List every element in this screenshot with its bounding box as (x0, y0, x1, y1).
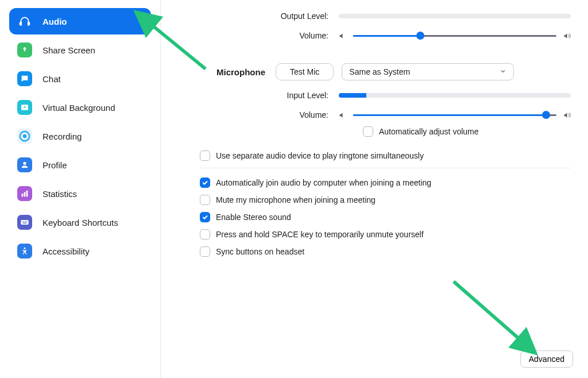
divider (200, 168, 571, 168)
svg-rect-10 (24, 221, 24, 222)
speaker-high-icon (563, 111, 571, 119)
mute-mic-on-join-checkbox[interactable] (200, 195, 210, 205)
sidebar-item-share-screen[interactable]: Share Screen (9, 37, 151, 63)
svg-rect-9 (22, 221, 22, 222)
speaker-low-icon (339, 32, 346, 40)
svg-rect-12 (26, 221, 27, 222)
space-unmute-checkbox[interactable] (200, 229, 210, 240)
speaker-high-icon (563, 32, 571, 40)
svg-point-1 (24, 106, 26, 108)
test-mic-button[interactable]: Test Mic (276, 63, 334, 80)
space-unmute-label: Press and hold SPACE key to temporarily … (216, 230, 424, 239)
svg-rect-7 (26, 191, 28, 197)
sidebar-item-label: Chat (42, 74, 61, 84)
input-level-label: Input Level: (172, 91, 339, 100)
speaker-low-icon (339, 111, 346, 119)
microphone-section-label: Microphone (172, 67, 276, 77)
sidebar-item-keyboard-shortcuts[interactable]: Keyboard Shortcuts (9, 209, 151, 236)
chat-icon (17, 71, 32, 86)
sidebar-item-label: Audio (42, 17, 67, 26)
output-level-label: Output Level: (172, 11, 339, 21)
keyboard-icon (17, 215, 32, 230)
sidebar-item-label: Virtual Background (42, 103, 115, 113)
auto-join-audio-label: Automatically join audio by computer whe… (216, 178, 431, 187)
chevron-down-icon (500, 67, 506, 76)
sidebar-item-label: Profile (42, 160, 67, 170)
svg-point-4 (23, 162, 26, 165)
mic-device-select[interactable]: Same as System (342, 63, 514, 80)
sidebar-item-virtual-background[interactable]: Virtual Background (9, 94, 151, 121)
sidebar-item-label: Recording (42, 132, 82, 141)
enable-stereo-label: Enable Stereo sound (216, 213, 291, 222)
input-volume-label: Volume: (172, 110, 339, 119)
svg-rect-5 (22, 194, 24, 196)
accessibility-icon (17, 244, 32, 259)
sidebar-item-profile[interactable]: Profile (9, 152, 151, 178)
output-level-meter (339, 14, 571, 18)
output-volume-label: Volume: (172, 31, 339, 40)
stats-icon (17, 186, 32, 201)
sidebar-item-label: Accessibility (42, 246, 90, 256)
svg-point-14 (24, 248, 26, 249)
sync-headset-checkbox[interactable] (200, 246, 210, 257)
audio-settings-panel: Output Level: Volume: Microphone (161, 0, 588, 378)
record-icon (17, 129, 32, 144)
user-icon (17, 157, 32, 172)
sidebar-item-chat[interactable]: Chat (9, 65, 151, 92)
svg-rect-8 (21, 220, 28, 225)
sidebar-item-accessibility[interactable]: Accessibility (9, 238, 151, 264)
input-level-meter (339, 93, 571, 98)
svg-rect-6 (24, 192, 26, 196)
settings-sidebar: Audio Share Screen Chat Virtual Backgrou… (0, 0, 161, 378)
share-screen-icon (17, 43, 32, 57)
sidebar-item-label: Keyboard Shortcuts (42, 218, 118, 227)
separate-ringtone-checkbox[interactable] (200, 151, 210, 161)
headphones-icon (17, 14, 32, 29)
sidebar-item-audio[interactable]: Audio (9, 8, 151, 34)
auto-adjust-volume-checkbox[interactable] (363, 126, 373, 137)
sidebar-item-recording[interactable]: Recording (9, 123, 151, 149)
mute-mic-on-join-label: Mute my microphone when joining a meetin… (216, 195, 376, 205)
sidebar-item-label: Statistics (42, 189, 77, 199)
mic-device-selected: Same as System (349, 67, 410, 76)
sidebar-item-label: Share Screen (42, 45, 95, 55)
advanced-button[interactable]: Advanced (520, 350, 573, 368)
svg-rect-11 (25, 221, 26, 222)
sidebar-item-statistics[interactable]: Statistics (9, 180, 151, 207)
image-icon (17, 100, 32, 115)
svg-rect-13 (23, 223, 27, 223)
auto-join-audio-checkbox[interactable] (200, 178, 210, 188)
separate-ringtone-label: Use separate audio device to play ringto… (216, 151, 424, 160)
svg-point-3 (23, 134, 26, 138)
auto-adjust-volume-label: Automatically adjust volume (379, 127, 479, 136)
output-volume-slider[interactable] (353, 31, 556, 40)
enable-stereo-checkbox[interactable] (200, 212, 210, 222)
sync-headset-label: Sync buttons on headset (216, 247, 304, 256)
input-volume-slider[interactable] (353, 110, 556, 119)
